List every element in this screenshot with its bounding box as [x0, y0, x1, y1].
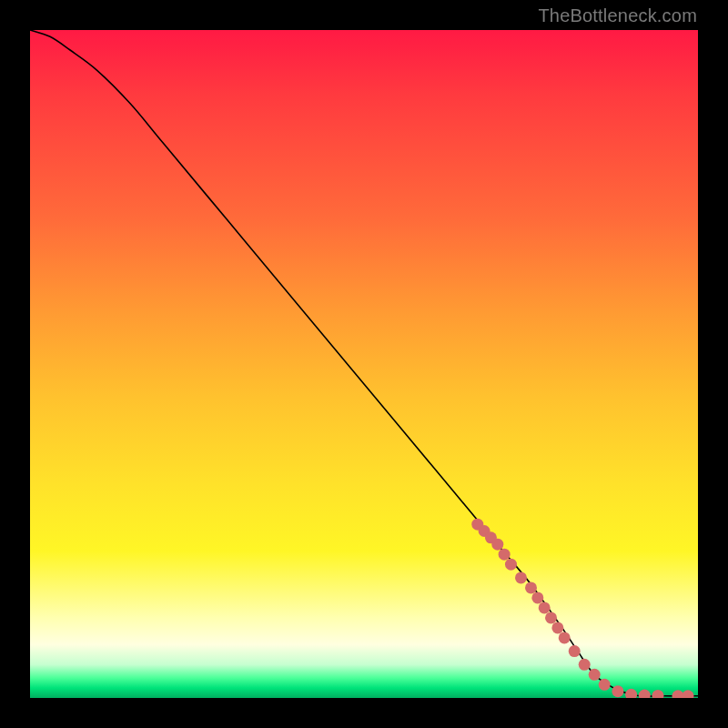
watermark-text: TheBottleneck.com [538, 5, 697, 26]
data-point [589, 669, 601, 681]
data-point [515, 571, 527, 583]
data-point [639, 690, 651, 698]
chart-svg [30, 30, 698, 698]
data-point [551, 622, 563, 633]
data-point [569, 645, 581, 657]
data-point [525, 581, 537, 593]
data-point [599, 679, 611, 691]
data-point [652, 690, 663, 698]
data-point [499, 549, 511, 561]
data-point [625, 689, 637, 698]
data-point [539, 602, 551, 613]
data-point [545, 612, 557, 623]
chart-frame: TheBottleneck.com [0, 0, 728, 728]
curve-line [30, 30, 698, 696]
data-point [531, 592, 543, 603]
data-point [682, 690, 693, 698]
plot-area [30, 30, 698, 698]
data-point [559, 632, 571, 643]
data-point [579, 659, 591, 671]
data-points [471, 519, 693, 698]
data-point [672, 690, 683, 698]
data-point [491, 539, 503, 551]
data-point [505, 559, 517, 571]
data-point [612, 685, 623, 697]
